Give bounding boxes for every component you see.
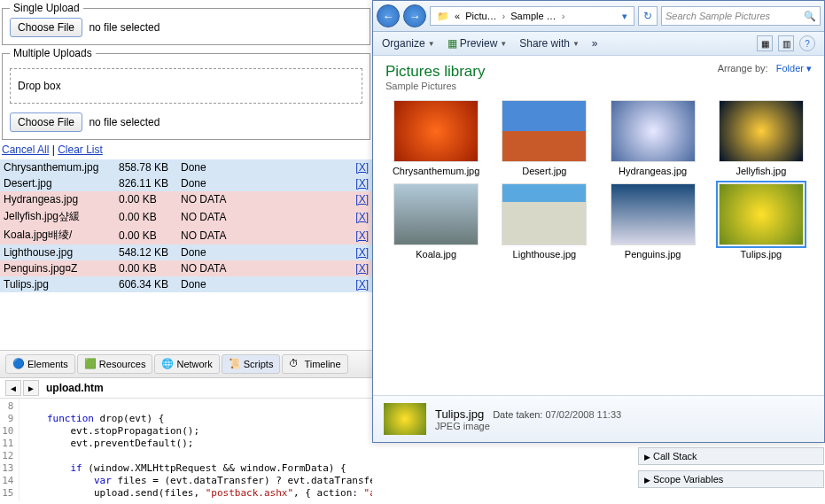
details-filetype: JPEG image [435,421,621,431]
arrange-by-dropdown[interactable]: Folder ▾ [776,63,812,74]
scope-variables-panel[interactable]: ▶Scope Variables [638,470,824,488]
thumbnail-item[interactable]: Lighthouse.jpg [494,183,595,260]
folder-icon: 📁 [434,11,452,22]
file-row: Jellyfish.jpg샾緩0.00 KBNO DATA[X] [0,207,372,226]
file-size: 0.00 KB [115,191,177,207]
multiple-uploads-fieldset: Multiple Uploads Drop box Choose File no… [2,47,370,140]
devtools-tabs: 🔵Elements🟩Resources🌐Network📜Scripts⏱Time… [0,351,372,378]
arrange-by-label: Arrange by: [718,63,768,74]
thumbnail-image [719,183,804,245]
thumbnail-label: Tulips.jpg [711,249,812,260]
elements-icon: 🔵 [12,358,25,370]
view-button[interactable]: ▦ [757,35,773,51]
file-size: 0.00 KB [115,226,177,244]
file-name: Jellyfish.jpg샾緩 [0,207,115,226]
file-list-table: Chrysanthemum.jpg858.78 KBDone[X]Desert.… [0,159,372,292]
prev-arrow[interactable]: ◄ [5,380,21,396]
file-status: NO DATA [177,191,351,207]
thumbnail-image [611,100,696,162]
library-title: Pictures library [385,63,485,81]
devtools-filename[interactable]: upload.htm [46,382,104,394]
back-button[interactable]: ← [377,4,400,27]
file-status: Done [177,175,351,191]
multiple-uploads-legend: Multiple Uploads [10,47,96,59]
delete-file-link[interactable]: [X] [355,229,369,242]
thumbnail-item[interactable]: Hydrangeas.jpg [603,100,704,176]
thumbnail-image [611,183,696,245]
file-row: Hydrangeas.jpg0.00 KBNO DATA[X] [0,191,372,207]
next-arrow[interactable]: ► [23,380,39,396]
thumbnail-item[interactable]: Koala.jpg [385,183,486,260]
thumbnail-image [719,100,804,162]
file-size: 606.34 KB [115,276,177,292]
file-row: Chrysanthemum.jpg858.78 KBDone[X] [0,159,372,175]
devtools-tab-timeline[interactable]: ⏱Timeline [282,354,347,374]
file-name: Koala.jpg뱨绫/ [0,226,115,244]
thumbnail-label: Desert.jpg [494,166,595,176]
more-menu[interactable]: » [592,37,598,50]
chevron-down-icon[interactable]: ▾ [619,11,630,22]
library-subtitle: Sample Pictures [385,81,485,91]
drop-box-label: Drop box [18,80,61,92]
scripts-icon: 📜 [229,358,241,370]
file-size: 0.00 KB [115,260,177,276]
file-status: Done [177,244,351,260]
thumbnail-label: Jellyfish.jpg [711,166,812,176]
details-thumbnail [384,403,426,435]
file-status: NO DATA [177,207,351,226]
cancel-all-link[interactable]: Cancel All [2,143,49,156]
share-menu[interactable]: Share with ▼ [519,37,580,50]
file-name: Tulips.jpg [0,276,115,292]
organize-menu[interactable]: Organize ▼ [382,37,435,50]
thumbnail-item[interactable]: Chrysanthemum.jpg [385,100,486,176]
preview-menu[interactable]: ▦ Preview ▼ [448,37,508,50]
forward-button[interactable]: → [403,4,426,27]
delete-file-link[interactable]: [X] [355,262,369,275]
thumbnail-item[interactable]: Tulips.jpg [711,183,812,260]
refresh-button[interactable]: ↻ [638,6,658,26]
devtools-gutter: 89101112131415 [0,399,19,501]
delete-file-link[interactable]: [X] [355,211,369,223]
file-row: Tulips.jpg606.34 KBDone[X] [0,276,372,292]
single-upload-legend: Single Upload [10,2,83,14]
devtools-tab-elements[interactable]: 🔵Elements [5,354,75,374]
delete-file-link[interactable]: [X] [355,246,369,259]
devtools-tab-resources[interactable]: 🟩Resources [77,354,153,374]
delete-file-link[interactable]: [X] [355,161,369,174]
choose-file-button-multi[interactable]: Choose File [10,112,82,132]
resources-icon: 🟩 [84,358,97,370]
preview-pane-button[interactable]: ▥ [778,35,794,51]
delete-file-link[interactable]: [X] [355,278,369,291]
devtools-tab-scripts[interactable]: 📜Scripts [222,354,281,374]
chevron-down-icon: ▼ [500,40,507,48]
search-icon: 🔍 [804,11,816,22]
search-input[interactable]: Search Sample Pictures 🔍 [661,6,821,26]
breadcrumb[interactable]: 📁 « Pictu… › Sample … › ▾ [430,6,634,26]
file-name: Hydrangeas.jpg [0,191,115,207]
thumbnail-image [393,100,479,162]
thumbnail-grid: Chrysanthemum.jpgDesert.jpgHydrangeas.jp… [373,95,824,265]
file-row: Penguins.jpg¤Z0.00 KBNO DATA[X] [0,260,372,276]
file-name: Chrysanthemum.jpg [0,159,115,175]
file-status: Done [177,276,351,292]
thumbnail-image [502,100,587,162]
thumbnail-label: Chrysanthemum.jpg [385,166,486,176]
chevron-down-icon: ▼ [428,40,435,48]
thumbnail-item[interactable]: Penguins.jpg [603,183,704,260]
delete-file-link[interactable]: [X] [355,177,369,190]
choose-file-button-single[interactable]: Choose File [10,18,82,37]
thumbnail-item[interactable]: Desert.jpg [494,100,595,176]
file-name: Lighthouse.jpg [0,244,115,260]
file-row: Desert.jpg826.11 KBDone[X] [0,175,372,191]
help-button[interactable]: ? [799,35,815,51]
thumbnail-label: Hydrangeas.jpg [603,166,704,176]
thumbnail-item[interactable]: Jellyfish.jpg [711,100,812,176]
devtools-tab-network[interactable]: 🌐Network [154,354,219,374]
drop-box[interactable]: Drop box [10,68,362,104]
no-file-label-single: no file selected [89,21,160,34]
delete-file-link[interactable]: [X] [355,193,369,205]
file-row: Koala.jpg뱨绫/0.00 KBNO DATA[X] [0,226,372,244]
call-stack-panel[interactable]: ▶Call Stack [638,447,824,465]
file-name: Penguins.jpg¤Z [0,260,115,276]
clear-list-link[interactable]: Clear List [58,143,103,156]
